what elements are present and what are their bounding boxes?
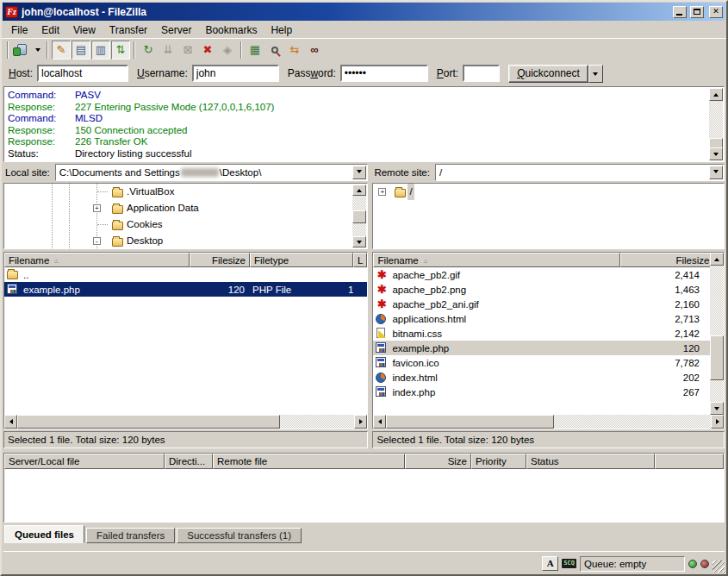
column-header-status[interactable]: Status bbox=[526, 454, 655, 469]
scrollbar-thumb[interactable] bbox=[17, 415, 280, 429]
port-input[interactable] bbox=[463, 65, 500, 82]
column-header-direction[interactable]: Directi... bbox=[165, 454, 213, 469]
expand-icon[interactable]: + bbox=[93, 204, 101, 212]
tree-item-desktop[interactable]: - Desktop bbox=[4, 233, 367, 249]
scrollbar-thumb[interactable] bbox=[352, 210, 366, 223]
column-header-last-modified[interactable]: L bbox=[353, 253, 367, 267]
maximize-icon bbox=[694, 9, 700, 15]
column-header-filename[interactable]: Filename▵ bbox=[373, 253, 620, 267]
column-header-priority[interactable]: Priority bbox=[471, 454, 526, 469]
column-header-filesize[interactable]: Filesize bbox=[190, 253, 250, 267]
remote-file-row[interactable]: favicon.ico7,782 bbox=[373, 355, 724, 370]
triangle-right-icon bbox=[716, 419, 722, 424]
password-input[interactable] bbox=[340, 65, 428, 82]
quickconnect-dropdown-button[interactable] bbox=[588, 65, 603, 83]
local-site-combo[interactable]: C:\Documents and Settings\Desktop\ bbox=[55, 164, 369, 181]
refresh-button[interactable]: ↻ bbox=[139, 41, 158, 59]
menu-help[interactable]: Help bbox=[264, 22, 299, 38]
local-site-dropdown-button[interactable] bbox=[352, 166, 366, 179]
process-queue-button[interactable]: ⇊ bbox=[159, 41, 177, 59]
tab-failed-transfers[interactable]: Failed transfers bbox=[86, 528, 175, 543]
menu-file[interactable]: File bbox=[4, 22, 34, 38]
remote-file-row[interactable]: applications.html2,713 bbox=[373, 311, 724, 326]
menu-server[interactable]: Server bbox=[154, 22, 198, 38]
username-input[interactable] bbox=[192, 65, 279, 82]
remote-file-row-selected[interactable]: example.php120 bbox=[373, 341, 724, 355]
scrollbar-thumb[interactable] bbox=[386, 415, 554, 429]
close-button[interactable]: ✕ bbox=[709, 6, 723, 18]
filter-button[interactable]: ▦ bbox=[246, 41, 264, 59]
remote-file-row[interactable]: bitnami.css2,142 bbox=[373, 326, 724, 341]
menu-bookmarks[interactable]: Bookmarks bbox=[198, 22, 264, 38]
toolbar-separator bbox=[240, 41, 242, 59]
column-header-server-local-file[interactable]: Server/Local file bbox=[4, 454, 165, 469]
scroll-down-button[interactable] bbox=[710, 402, 724, 415]
triangle-left-icon bbox=[376, 419, 382, 424]
resize-grip[interactable] bbox=[712, 560, 725, 573]
remote-site-dropdown-button[interactable] bbox=[709, 166, 723, 179]
host-input[interactable] bbox=[37, 65, 128, 82]
local-list-hscrollbar[interactable] bbox=[4, 415, 367, 429]
cancel-operation-button[interactable]: ⊠ bbox=[178, 41, 197, 59]
speed-limit-icon[interactable]: SCQ bbox=[562, 559, 576, 568]
scroll-left-button[interactable] bbox=[4, 415, 17, 429]
expand-icon[interactable]: + bbox=[378, 188, 386, 196]
remote-list-hscrollbar[interactable] bbox=[373, 415, 724, 429]
column-header-size[interactable]: Size bbox=[405, 454, 471, 469]
column-header-filesize[interactable]: Filesize bbox=[620, 253, 713, 267]
file-size: 2,414 bbox=[622, 270, 708, 280]
scroll-up-button[interactable] bbox=[352, 185, 366, 196]
remote-site-combo[interactable]: / bbox=[435, 164, 725, 181]
disconnect-button[interactable]: ✖ bbox=[198, 41, 217, 59]
local-site-row: Local site: C:\Documents and Settings\De… bbox=[3, 164, 368, 181]
menu-edit[interactable]: Edit bbox=[34, 22, 66, 38]
quickconnect-button[interactable]: Quickconnect bbox=[508, 65, 588, 83]
remote-list-scrollbar[interactable] bbox=[710, 253, 724, 415]
triangle-down-icon bbox=[714, 407, 719, 413]
tree-item-root[interactable]: + / bbox=[373, 184, 724, 200]
reconnect-button[interactable]: ◈ bbox=[218, 41, 237, 59]
toggle-transfer-queue-button[interactable]: ⇅ bbox=[111, 41, 130, 59]
column-header-filename[interactable]: Filename▵ bbox=[4, 253, 190, 267]
scroll-down-button[interactable] bbox=[709, 147, 723, 160]
file-size: 120 bbox=[190, 285, 245, 295]
scrollbar-thumb[interactable] bbox=[710, 335, 724, 380]
tab-queued-files[interactable]: Queued files bbox=[4, 525, 84, 543]
maximize-button[interactable] bbox=[690, 6, 704, 18]
menu-transfer[interactable]: Transfer bbox=[103, 22, 154, 38]
tree-item-virtualbox[interactable]: .VirtualBox bbox=[4, 184, 367, 200]
tree-item-cookies[interactable]: Cookies bbox=[4, 216, 367, 233]
local-tree-scrollbar[interactable] bbox=[352, 185, 366, 247]
toggle-local-tree-button[interactable]: ▤ bbox=[72, 41, 90, 59]
collapse-icon[interactable]: - bbox=[93, 237, 101, 245]
toggle-message-log-button[interactable]: ✎ bbox=[52, 41, 71, 59]
scroll-up-button[interactable] bbox=[709, 88, 723, 101]
remote-file-row[interactable]: ✱apache_pb2.png1,463 bbox=[373, 282, 724, 297]
scroll-left-button[interactable] bbox=[373, 415, 386, 429]
column-header-filetype[interactable]: Filetype bbox=[250, 253, 353, 267]
remote-file-row[interactable]: ✱apache_pb2_ani.gif2,160 bbox=[373, 297, 724, 311]
directory-comparison-button[interactable] bbox=[265, 41, 284, 59]
remote-file-row[interactable]: ✱apache_pb2.gif2,414 bbox=[373, 267, 724, 282]
column-header-remote-file[interactable]: Remote file bbox=[213, 454, 405, 469]
scroll-down-button[interactable] bbox=[352, 236, 366, 247]
log-scrollbar[interactable] bbox=[709, 88, 723, 160]
local-file-row-selected[interactable]: example.php 120 PHP File 1 bbox=[4, 282, 367, 297]
site-manager-dropdown-button[interactable] bbox=[32, 41, 43, 59]
scroll-right-button[interactable] bbox=[354, 415, 367, 429]
transfer-type-icon[interactable]: A bbox=[542, 556, 558, 571]
parent-directory-row[interactable]: .. bbox=[4, 267, 367, 282]
find-files-button[interactable]: ∞ bbox=[305, 41, 324, 59]
tab-successful-transfers[interactable]: Successful transfers (1) bbox=[177, 528, 302, 543]
minimize-button[interactable] bbox=[673, 6, 687, 18]
scroll-right-button[interactable] bbox=[711, 415, 724, 429]
remote-file-row[interactable]: index.php267 bbox=[373, 385, 724, 399]
tree-item-application-data[interactable]: + Application Data bbox=[4, 200, 367, 216]
toggle-remote-tree-button[interactable]: ▥ bbox=[91, 41, 110, 59]
synchronized-browsing-button[interactable]: ⇆ bbox=[285, 41, 304, 59]
site-manager-button[interactable] bbox=[12, 41, 31, 59]
menu-view[interactable]: View bbox=[66, 22, 103, 38]
window-title: john@localhost - FileZilla bbox=[22, 6, 669, 18]
remote-file-row[interactable]: index.html202 bbox=[373, 370, 724, 385]
scroll-up-button[interactable] bbox=[710, 253, 724, 266]
